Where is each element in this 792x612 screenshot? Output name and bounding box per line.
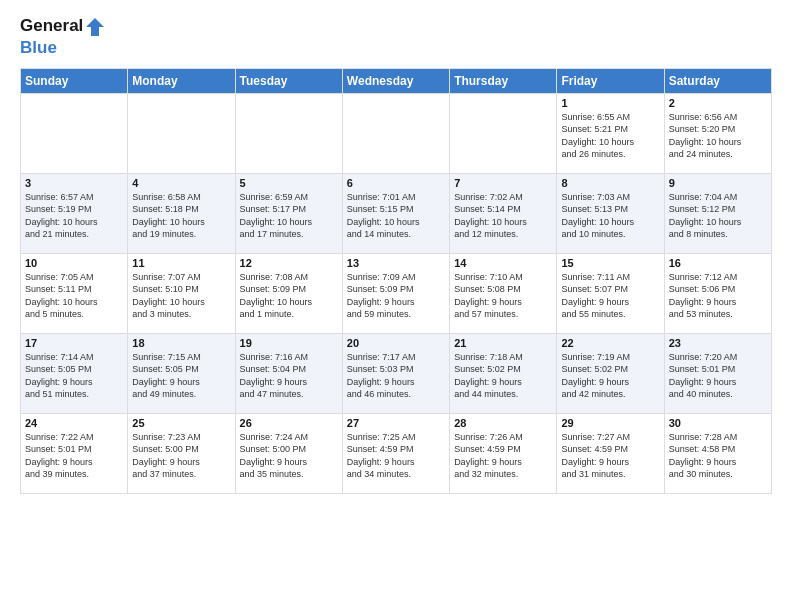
day-cell: 22Sunrise: 7:19 AM Sunset: 5:02 PM Dayli… bbox=[557, 333, 664, 413]
day-cell bbox=[235, 93, 342, 173]
day-info: Sunrise: 7:02 AM Sunset: 5:14 PM Dayligh… bbox=[454, 191, 552, 241]
day-number: 17 bbox=[25, 337, 123, 349]
day-info: Sunrise: 7:03 AM Sunset: 5:13 PM Dayligh… bbox=[561, 191, 659, 241]
day-number: 10 bbox=[25, 257, 123, 269]
day-info: Sunrise: 7:19 AM Sunset: 5:02 PM Dayligh… bbox=[561, 351, 659, 401]
day-number: 23 bbox=[669, 337, 767, 349]
day-info: Sunrise: 6:55 AM Sunset: 5:21 PM Dayligh… bbox=[561, 111, 659, 161]
day-cell: 15Sunrise: 7:11 AM Sunset: 5:07 PM Dayli… bbox=[557, 253, 664, 333]
day-cell bbox=[21, 93, 128, 173]
col-header-sunday: Sunday bbox=[21, 68, 128, 93]
day-cell: 29Sunrise: 7:27 AM Sunset: 4:59 PM Dayli… bbox=[557, 413, 664, 493]
svg-marker-0 bbox=[86, 18, 104, 36]
day-info: Sunrise: 7:15 AM Sunset: 5:05 PM Dayligh… bbox=[132, 351, 230, 401]
day-info: Sunrise: 7:07 AM Sunset: 5:10 PM Dayligh… bbox=[132, 271, 230, 321]
day-cell bbox=[128, 93, 235, 173]
week-row-3: 10Sunrise: 7:05 AM Sunset: 5:11 PM Dayli… bbox=[21, 253, 772, 333]
day-cell: 9Sunrise: 7:04 AM Sunset: 5:12 PM Daylig… bbox=[664, 173, 771, 253]
day-cell: 10Sunrise: 7:05 AM Sunset: 5:11 PM Dayli… bbox=[21, 253, 128, 333]
day-cell: 4Sunrise: 6:58 AM Sunset: 5:18 PM Daylig… bbox=[128, 173, 235, 253]
day-number: 13 bbox=[347, 257, 445, 269]
day-number: 11 bbox=[132, 257, 230, 269]
day-info: Sunrise: 7:08 AM Sunset: 5:09 PM Dayligh… bbox=[240, 271, 338, 321]
day-cell: 26Sunrise: 7:24 AM Sunset: 5:00 PM Dayli… bbox=[235, 413, 342, 493]
day-cell bbox=[342, 93, 449, 173]
col-header-saturday: Saturday bbox=[664, 68, 771, 93]
col-header-monday: Monday bbox=[128, 68, 235, 93]
day-cell: 6Sunrise: 7:01 AM Sunset: 5:15 PM Daylig… bbox=[342, 173, 449, 253]
day-info: Sunrise: 7:14 AM Sunset: 5:05 PM Dayligh… bbox=[25, 351, 123, 401]
day-cell: 19Sunrise: 7:16 AM Sunset: 5:04 PM Dayli… bbox=[235, 333, 342, 413]
day-cell: 5Sunrise: 6:59 AM Sunset: 5:17 PM Daylig… bbox=[235, 173, 342, 253]
day-cell: 23Sunrise: 7:20 AM Sunset: 5:01 PM Dayli… bbox=[664, 333, 771, 413]
day-number: 19 bbox=[240, 337, 338, 349]
day-info: Sunrise: 7:25 AM Sunset: 4:59 PM Dayligh… bbox=[347, 431, 445, 481]
day-number: 27 bbox=[347, 417, 445, 429]
day-cell: 13Sunrise: 7:09 AM Sunset: 5:09 PM Dayli… bbox=[342, 253, 449, 333]
day-info: Sunrise: 7:05 AM Sunset: 5:11 PM Dayligh… bbox=[25, 271, 123, 321]
day-number: 24 bbox=[25, 417, 123, 429]
week-row-4: 17Sunrise: 7:14 AM Sunset: 5:05 PM Dayli… bbox=[21, 333, 772, 413]
day-number: 16 bbox=[669, 257, 767, 269]
day-cell: 17Sunrise: 7:14 AM Sunset: 5:05 PM Dayli… bbox=[21, 333, 128, 413]
day-number: 6 bbox=[347, 177, 445, 189]
day-number: 28 bbox=[454, 417, 552, 429]
day-number: 26 bbox=[240, 417, 338, 429]
day-info: Sunrise: 6:59 AM Sunset: 5:17 PM Dayligh… bbox=[240, 191, 338, 241]
day-info: Sunrise: 7:26 AM Sunset: 4:59 PM Dayligh… bbox=[454, 431, 552, 481]
day-number: 4 bbox=[132, 177, 230, 189]
day-number: 29 bbox=[561, 417, 659, 429]
logo-blue: Blue bbox=[20, 38, 106, 58]
day-info: Sunrise: 7:16 AM Sunset: 5:04 PM Dayligh… bbox=[240, 351, 338, 401]
day-info: Sunrise: 7:10 AM Sunset: 5:08 PM Dayligh… bbox=[454, 271, 552, 321]
day-number: 18 bbox=[132, 337, 230, 349]
col-header-wednesday: Wednesday bbox=[342, 68, 449, 93]
day-cell: 11Sunrise: 7:07 AM Sunset: 5:10 PM Dayli… bbox=[128, 253, 235, 333]
day-info: Sunrise: 7:27 AM Sunset: 4:59 PM Dayligh… bbox=[561, 431, 659, 481]
logo-icon bbox=[84, 16, 106, 38]
week-row-2: 3Sunrise: 6:57 AM Sunset: 5:19 PM Daylig… bbox=[21, 173, 772, 253]
day-number: 15 bbox=[561, 257, 659, 269]
day-cell: 27Sunrise: 7:25 AM Sunset: 4:59 PM Dayli… bbox=[342, 413, 449, 493]
header: General Blue bbox=[20, 16, 772, 58]
logo-general: General bbox=[20, 16, 83, 35]
day-info: Sunrise: 6:56 AM Sunset: 5:20 PM Dayligh… bbox=[669, 111, 767, 161]
day-info: Sunrise: 6:57 AM Sunset: 5:19 PM Dayligh… bbox=[25, 191, 123, 241]
day-info: Sunrise: 7:22 AM Sunset: 5:01 PM Dayligh… bbox=[25, 431, 123, 481]
day-info: Sunrise: 7:20 AM Sunset: 5:01 PM Dayligh… bbox=[669, 351, 767, 401]
day-number: 1 bbox=[561, 97, 659, 109]
day-cell: 7Sunrise: 7:02 AM Sunset: 5:14 PM Daylig… bbox=[450, 173, 557, 253]
day-number: 3 bbox=[25, 177, 123, 189]
day-number: 8 bbox=[561, 177, 659, 189]
day-number: 5 bbox=[240, 177, 338, 189]
day-cell: 25Sunrise: 7:23 AM Sunset: 5:00 PM Dayli… bbox=[128, 413, 235, 493]
day-number: 30 bbox=[669, 417, 767, 429]
day-cell bbox=[450, 93, 557, 173]
day-info: Sunrise: 7:17 AM Sunset: 5:03 PM Dayligh… bbox=[347, 351, 445, 401]
day-cell: 16Sunrise: 7:12 AM Sunset: 5:06 PM Dayli… bbox=[664, 253, 771, 333]
week-row-5: 24Sunrise: 7:22 AM Sunset: 5:01 PM Dayli… bbox=[21, 413, 772, 493]
day-info: Sunrise: 7:04 AM Sunset: 5:12 PM Dayligh… bbox=[669, 191, 767, 241]
day-info: Sunrise: 7:11 AM Sunset: 5:07 PM Dayligh… bbox=[561, 271, 659, 321]
day-number: 22 bbox=[561, 337, 659, 349]
calendar-table: SundayMondayTuesdayWednesdayThursdayFrid… bbox=[20, 68, 772, 494]
day-number: 7 bbox=[454, 177, 552, 189]
day-info: Sunrise: 7:24 AM Sunset: 5:00 PM Dayligh… bbox=[240, 431, 338, 481]
day-cell: 14Sunrise: 7:10 AM Sunset: 5:08 PM Dayli… bbox=[450, 253, 557, 333]
day-info: Sunrise: 7:01 AM Sunset: 5:15 PM Dayligh… bbox=[347, 191, 445, 241]
calendar-page: General Blue SundayMondayTuesdayWednesda… bbox=[0, 0, 792, 612]
day-info: Sunrise: 6:58 AM Sunset: 5:18 PM Dayligh… bbox=[132, 191, 230, 241]
day-cell: 28Sunrise: 7:26 AM Sunset: 4:59 PM Dayli… bbox=[450, 413, 557, 493]
day-info: Sunrise: 7:12 AM Sunset: 5:06 PM Dayligh… bbox=[669, 271, 767, 321]
day-cell: 1Sunrise: 6:55 AM Sunset: 5:21 PM Daylig… bbox=[557, 93, 664, 173]
col-header-tuesday: Tuesday bbox=[235, 68, 342, 93]
day-number: 25 bbox=[132, 417, 230, 429]
day-cell: 24Sunrise: 7:22 AM Sunset: 5:01 PM Dayli… bbox=[21, 413, 128, 493]
day-info: Sunrise: 7:18 AM Sunset: 5:02 PM Dayligh… bbox=[454, 351, 552, 401]
col-header-thursday: Thursday bbox=[450, 68, 557, 93]
day-info: Sunrise: 7:28 AM Sunset: 4:58 PM Dayligh… bbox=[669, 431, 767, 481]
logo-text-block: General Blue bbox=[20, 16, 106, 58]
day-info: Sunrise: 7:09 AM Sunset: 5:09 PM Dayligh… bbox=[347, 271, 445, 321]
day-cell: 20Sunrise: 7:17 AM Sunset: 5:03 PM Dayli… bbox=[342, 333, 449, 413]
day-cell: 2Sunrise: 6:56 AM Sunset: 5:20 PM Daylig… bbox=[664, 93, 771, 173]
